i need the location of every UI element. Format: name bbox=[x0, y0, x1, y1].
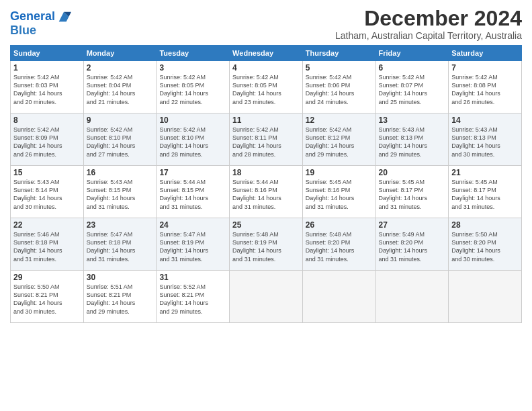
day-number: 16 bbox=[87, 168, 154, 177]
day-info: Sunrise: 5:44 AM Sunset: 8:16 PM Dayligh… bbox=[232, 178, 300, 211]
day-info: Sunrise: 5:48 AM Sunset: 8:19 PM Dayligh… bbox=[232, 230, 300, 263]
calendar-table: SundayMondayTuesdayWednesdayThursdayFrid… bbox=[10, 45, 522, 323]
day-number: 17 bbox=[159, 168, 226, 177]
day-info: Sunrise: 5:42 AM Sunset: 8:12 PM Dayligh… bbox=[306, 126, 373, 158]
day-info: Sunrise: 5:45 AM Sunset: 8:17 PM Dayligh… bbox=[379, 178, 446, 211]
day-cell: 1Sunrise: 5:42 AM Sunset: 8:03 PM Daylig… bbox=[11, 61, 84, 113]
day-info: Sunrise: 5:42 AM Sunset: 8:03 PM Dayligh… bbox=[13, 73, 81, 106]
day-cell: 4Sunrise: 5:42 AM Sunset: 8:05 PM Daylig… bbox=[230, 61, 303, 113]
day-number: 18 bbox=[232, 168, 300, 177]
day-cell bbox=[302, 271, 375, 323]
day-cell bbox=[449, 271, 522, 323]
day-cell bbox=[375, 271, 449, 323]
day-number: 3 bbox=[159, 63, 226, 73]
day-cell: 13Sunrise: 5:43 AM Sunset: 8:13 PM Dayli… bbox=[375, 113, 449, 166]
day-info: Sunrise: 5:42 AM Sunset: 8:11 PM Dayligh… bbox=[232, 126, 300, 158]
day-info: Sunrise: 5:43 AM Sunset: 8:13 PM Dayligh… bbox=[379, 126, 446, 158]
day-number: 24 bbox=[159, 220, 226, 230]
day-number: 11 bbox=[232, 116, 300, 125]
day-cell: 27Sunrise: 5:49 AM Sunset: 8:20 PM Dayli… bbox=[375, 218, 449, 271]
day-cell: 30Sunrise: 5:51 AM Sunset: 8:21 PM Dayli… bbox=[83, 271, 157, 323]
day-info: Sunrise: 5:42 AM Sunset: 8:08 PM Dayligh… bbox=[451, 73, 519, 106]
day-cell: 31Sunrise: 5:52 AM Sunset: 8:21 PM Dayli… bbox=[157, 271, 230, 323]
day-number: 21 bbox=[451, 168, 519, 177]
day-cell: 15Sunrise: 5:43 AM Sunset: 8:14 PM Dayli… bbox=[11, 166, 84, 218]
day-cell bbox=[230, 271, 303, 323]
day-info: Sunrise: 5:45 AM Sunset: 8:17 PM Dayligh… bbox=[451, 178, 519, 211]
day-number: 30 bbox=[87, 273, 154, 282]
page: General Blue December 2024 Latham, Austr… bbox=[0, 0, 532, 411]
location-subtitle: Latham, Australian Capital Territory, Au… bbox=[335, 30, 522, 41]
day-number: 5 bbox=[306, 63, 373, 73]
day-number: 7 bbox=[451, 63, 519, 73]
day-info: Sunrise: 5:47 AM Sunset: 8:19 PM Dayligh… bbox=[159, 230, 226, 263]
day-cell: 5Sunrise: 5:42 AM Sunset: 8:06 PM Daylig… bbox=[302, 61, 375, 113]
day-cell: 24Sunrise: 5:47 AM Sunset: 8:19 PM Dayli… bbox=[157, 218, 230, 271]
day-number: 20 bbox=[379, 168, 446, 177]
day-cell: 2Sunrise: 5:42 AM Sunset: 8:04 PM Daylig… bbox=[83, 61, 157, 113]
day-info: Sunrise: 5:51 AM Sunset: 8:21 PM Dayligh… bbox=[87, 283, 154, 316]
day-cell: 26Sunrise: 5:48 AM Sunset: 8:20 PM Dayli… bbox=[302, 218, 375, 271]
logo: General Blue bbox=[10, 9, 71, 38]
day-info: Sunrise: 5:48 AM Sunset: 8:20 PM Dayligh… bbox=[306, 230, 373, 263]
day-number: 13 bbox=[379, 116, 446, 125]
week-row-4: 22Sunrise: 5:46 AM Sunset: 8:18 PM Dayli… bbox=[11, 218, 522, 271]
day-number: 25 bbox=[232, 220, 300, 230]
day-number: 22 bbox=[13, 220, 81, 230]
col-header-thursday: Thursday bbox=[302, 46, 375, 61]
day-info: Sunrise: 5:52 AM Sunset: 8:21 PM Dayligh… bbox=[159, 283, 226, 316]
day-info: Sunrise: 5:46 AM Sunset: 8:18 PM Dayligh… bbox=[13, 230, 81, 263]
day-info: Sunrise: 5:42 AM Sunset: 8:09 PM Dayligh… bbox=[13, 126, 81, 158]
day-info: Sunrise: 5:43 AM Sunset: 8:14 PM Dayligh… bbox=[13, 178, 81, 211]
day-info: Sunrise: 5:50 AM Sunset: 8:21 PM Dayligh… bbox=[13, 283, 81, 316]
month-title: December 2024 bbox=[335, 7, 522, 30]
day-info: Sunrise: 5:42 AM Sunset: 8:05 PM Dayligh… bbox=[232, 73, 300, 106]
day-cell: 6Sunrise: 5:42 AM Sunset: 8:07 PM Daylig… bbox=[375, 61, 449, 113]
day-cell: 29Sunrise: 5:50 AM Sunset: 8:21 PM Dayli… bbox=[11, 271, 84, 323]
week-row-5: 29Sunrise: 5:50 AM Sunset: 8:21 PM Dayli… bbox=[11, 271, 522, 323]
day-info: Sunrise: 5:44 AM Sunset: 8:15 PM Dayligh… bbox=[159, 178, 226, 211]
week-row-2: 8Sunrise: 5:42 AM Sunset: 8:09 PM Daylig… bbox=[11, 113, 522, 166]
col-header-friday: Friday bbox=[375, 46, 449, 61]
logo-text-blue: Blue bbox=[10, 24, 71, 38]
day-number: 28 bbox=[451, 220, 519, 230]
day-info: Sunrise: 5:43 AM Sunset: 8:15 PM Dayligh… bbox=[87, 178, 154, 211]
day-cell: 7Sunrise: 5:42 AM Sunset: 8:08 PM Daylig… bbox=[449, 61, 522, 113]
day-number: 15 bbox=[13, 168, 81, 177]
day-number: 2 bbox=[87, 63, 154, 73]
day-number: 1 bbox=[13, 63, 81, 73]
day-cell: 23Sunrise: 5:47 AM Sunset: 8:18 PM Dayli… bbox=[83, 218, 157, 271]
day-number: 4 bbox=[232, 63, 300, 73]
day-info: Sunrise: 5:42 AM Sunset: 8:07 PM Dayligh… bbox=[379, 73, 446, 106]
col-header-sunday: Sunday bbox=[11, 46, 84, 61]
week-row-3: 15Sunrise: 5:43 AM Sunset: 8:14 PM Dayli… bbox=[11, 166, 522, 218]
day-info: Sunrise: 5:42 AM Sunset: 8:05 PM Dayligh… bbox=[159, 73, 226, 106]
title-block: December 2024 Latham, Australian Capital… bbox=[335, 7, 522, 41]
day-number: 26 bbox=[306, 220, 373, 230]
week-row-1: 1Sunrise: 5:42 AM Sunset: 8:03 PM Daylig… bbox=[11, 61, 522, 113]
header-row: SundayMondayTuesdayWednesdayThursdayFrid… bbox=[11, 46, 522, 61]
logo-icon bbox=[56, 9, 71, 24]
header: General Blue December 2024 Latham, Austr… bbox=[10, 7, 522, 41]
day-cell: 10Sunrise: 5:42 AM Sunset: 8:10 PM Dayli… bbox=[157, 113, 230, 166]
day-cell: 20Sunrise: 5:45 AM Sunset: 8:17 PM Dayli… bbox=[375, 166, 449, 218]
day-info: Sunrise: 5:42 AM Sunset: 8:10 PM Dayligh… bbox=[87, 126, 154, 158]
day-cell: 16Sunrise: 5:43 AM Sunset: 8:15 PM Dayli… bbox=[83, 166, 157, 218]
day-info: Sunrise: 5:42 AM Sunset: 8:10 PM Dayligh… bbox=[159, 126, 226, 158]
day-cell: 11Sunrise: 5:42 AM Sunset: 8:11 PM Dayli… bbox=[230, 113, 303, 166]
day-cell: 9Sunrise: 5:42 AM Sunset: 8:10 PM Daylig… bbox=[83, 113, 157, 166]
day-number: 14 bbox=[451, 116, 519, 125]
day-number: 8 bbox=[13, 116, 81, 125]
day-cell: 18Sunrise: 5:44 AM Sunset: 8:16 PM Dayli… bbox=[230, 166, 303, 218]
day-number: 23 bbox=[87, 220, 154, 230]
day-number: 27 bbox=[379, 220, 446, 230]
day-info: Sunrise: 5:50 AM Sunset: 8:20 PM Dayligh… bbox=[451, 230, 519, 263]
day-cell: 22Sunrise: 5:46 AM Sunset: 8:18 PM Dayli… bbox=[11, 218, 84, 271]
day-cell: 8Sunrise: 5:42 AM Sunset: 8:09 PM Daylig… bbox=[11, 113, 84, 166]
day-number: 10 bbox=[159, 116, 226, 125]
day-info: Sunrise: 5:43 AM Sunset: 8:13 PM Dayligh… bbox=[451, 126, 519, 158]
day-cell: 28Sunrise: 5:50 AM Sunset: 8:20 PM Dayli… bbox=[449, 218, 522, 271]
day-number: 9 bbox=[87, 116, 154, 125]
day-number: 19 bbox=[306, 168, 373, 177]
day-info: Sunrise: 5:42 AM Sunset: 8:06 PM Dayligh… bbox=[306, 73, 373, 106]
